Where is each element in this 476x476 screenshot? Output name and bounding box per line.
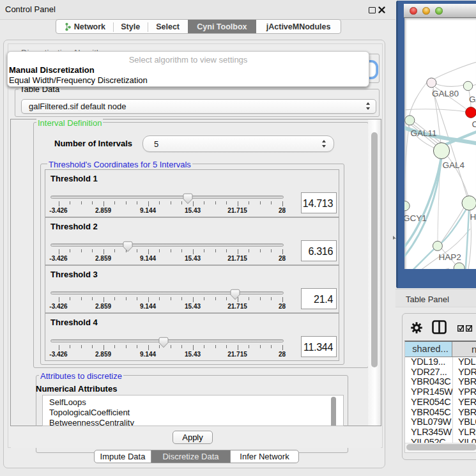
svg-text:GAL80: GAL80 — [432, 89, 459, 98]
svg-text:GAL4: GAL4 — [443, 160, 465, 170]
svg-text:H: H — [470, 212, 476, 222]
svg-text:GAL11: GAL11 — [411, 128, 437, 138]
svg-text:GCY1: GCY1 — [404, 213, 427, 223]
svg-text:C: C — [472, 119, 476, 129]
svg-text:GA: GA — [469, 95, 476, 104]
svg-text:HAP2: HAP2 — [439, 252, 461, 262]
